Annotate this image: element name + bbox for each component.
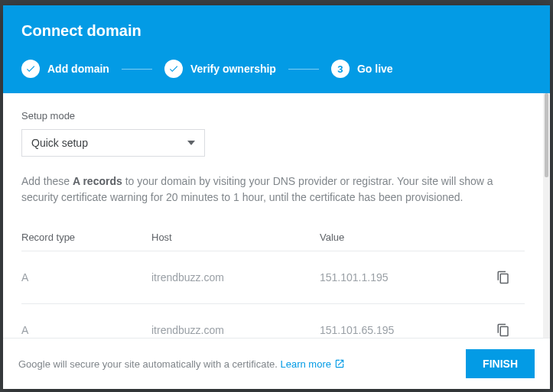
copy-icon[interactable]: [494, 268, 512, 287]
external-link-icon: [334, 358, 345, 369]
copy-icon[interactable]: [494, 321, 512, 338]
stepper: Add domain Verify ownership 3 Go live: [21, 60, 532, 78]
cell-type: A: [21, 251, 151, 304]
setup-mode-value: Quick setup: [31, 137, 88, 149]
check-icon: [21, 60, 40, 78]
th-record-type: Record type: [21, 224, 151, 251]
instructions-text: Add these A records to your domain by vi…: [21, 173, 525, 206]
instructions-pre: Add these: [21, 175, 73, 187]
table-row: A itrendbuzz.com 151.101.65.195: [21, 304, 525, 339]
scrollbar[interactable]: [543, 93, 550, 338]
step-label: Add domain: [47, 63, 109, 75]
stepper-connector: [288, 69, 319, 70]
footer-text: Google will secure your site automatical…: [18, 358, 345, 370]
table-row: A itrendbuzz.com 151.101.1.195: [21, 251, 525, 304]
dialog-footer: Google will secure your site automatical…: [3, 338, 550, 389]
step-label: Go live: [357, 63, 393, 75]
step-number-icon: 3: [331, 60, 350, 78]
dialog-header: Connect domain Add domain Verify ownersh…: [3, 5, 550, 93]
instructions-bold: A records: [73, 175, 122, 187]
stepper-connector: [122, 69, 152, 70]
chevron-down-icon: [187, 141, 195, 145]
step-go-live: 3 Go live: [331, 60, 393, 78]
scrollbar-thumb[interactable]: [545, 93, 548, 177]
cell-type: A: [21, 304, 151, 339]
finish-button[interactable]: Finish: [466, 349, 535, 378]
dialog-title: Connect domain: [21, 22, 532, 40]
step-label: Verify ownership: [190, 63, 276, 75]
learn-more-label: Learn more: [280, 358, 330, 370]
th-host: Host: [151, 224, 320, 251]
connect-domain-dialog: Connect domain Add domain Verify ownersh…: [3, 5, 550, 389]
step-add-domain: Add domain: [21, 60, 109, 78]
footer-note: Google will secure your site automatical…: [18, 358, 280, 370]
check-icon: [164, 60, 183, 78]
cell-value: 151.101.65.195: [320, 304, 494, 339]
learn-more-link[interactable]: Learn more: [280, 358, 344, 370]
setup-mode-select[interactable]: Quick setup: [21, 129, 205, 157]
setup-mode-label: Setup mode: [21, 110, 525, 121]
dialog-body: Setup mode Quick setup Add these A recor…: [3, 93, 543, 338]
step-verify-ownership: Verify ownership: [164, 60, 276, 78]
th-value: Value: [320, 224, 494, 251]
cell-host: itrendbuzz.com: [151, 251, 320, 304]
cell-value: 151.101.1.195: [320, 251, 494, 304]
cell-host: itrendbuzz.com: [151, 304, 320, 339]
records-table: Record type Host Value A itrendbuzz.com …: [21, 224, 525, 338]
